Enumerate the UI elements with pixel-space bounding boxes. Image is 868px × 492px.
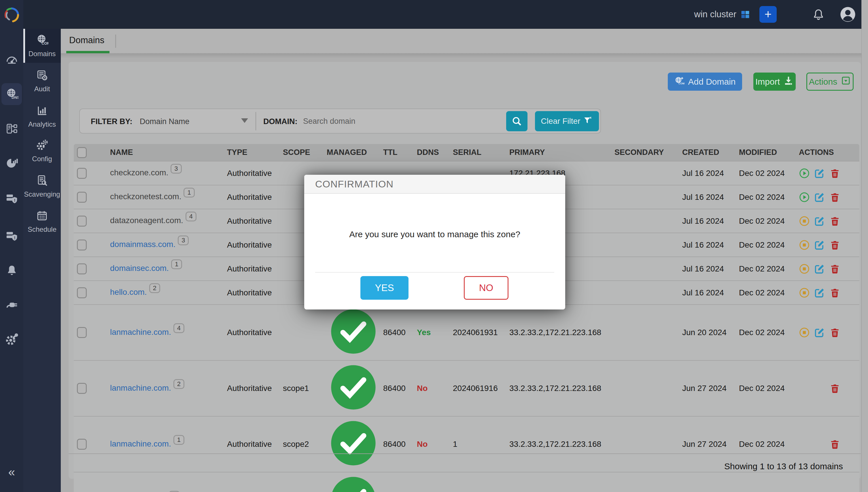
cell-actions [796,304,859,361]
edit-domain-button[interactable] [814,327,825,338]
no-button[interactable]: NO [464,276,509,300]
filter-by-select[interactable]: Domain Name [140,117,255,126]
column-header-primary[interactable]: PRIMARY [506,144,611,161]
actions-button[interactable]: Actions [806,73,853,91]
delete-domain-button[interactable] [829,439,840,450]
unmanage-zone-stop-icon [799,240,810,250]
select-all-checkbox[interactable] [77,147,87,158]
alerts-bell-icon[interactable] [0,260,23,281]
server-tree-icon[interactable] [0,118,23,140]
column-header-serial[interactable]: SERIAL [450,144,506,161]
search-domain-input[interactable] [303,115,493,127]
domain-name-link[interactable]: hello.com. [110,288,147,297]
manage-zone-button[interactable] [799,168,810,179]
row-checkbox[interactable] [77,383,87,394]
unmanage-zone-button[interactable] [799,240,810,250]
domain-name-link[interactable]: domainmass.com. [110,240,175,249]
managed-check-icon [327,305,380,358]
server-shield-alert-icon[interactable]: ! [0,188,23,210]
column-header-ddns[interactable]: DDNS [414,144,450,161]
notifications-bell-icon[interactable] [812,8,825,21]
clear-filter-button[interactable]: Clear Filter x [535,111,599,131]
managed-check-icon [327,361,380,414]
row-checkbox[interactable] [77,192,87,203]
integrations-plug-icon[interactable] [0,294,23,316]
dashboard-speedometer-icon[interactable] [0,48,23,70]
domain-name-link[interactable]: lanmachine.com. [110,328,171,337]
domain-name-link[interactable]: domainsec.com. [110,264,169,273]
row-checkbox[interactable] [77,327,87,338]
column-header-ttl[interactable]: TTL [380,144,414,161]
add-domain-button[interactable]: COM Add Domain [668,73,742,91]
delete-domain-button[interactable] [829,240,840,250]
row-checkbox[interactable] [77,439,87,450]
delete-domain-button[interactable] [829,287,840,298]
domain-name-link[interactable]: lanmachine.com. [110,384,171,392]
admin-gear-wrench-icon[interactable] [0,329,23,351]
sidebar-item-config[interactable]: Config [23,134,61,168]
bar-chart-icon [36,104,48,118]
edit-domain-button[interactable] [814,216,825,226]
domain-name-link[interactable]: checkzone.com. [110,168,168,177]
page-scrollbar[interactable] [861,0,868,492]
delete-domain-button[interactable] [829,216,840,226]
edit-domain-button[interactable] [814,168,825,179]
edit-icon [814,168,825,179]
sidebar-collapse-chevrons[interactable]: « [0,466,23,478]
dns-globe-icon[interactable]: DNS [1,83,22,105]
row-checkbox[interactable] [77,240,87,250]
cell-created: Jul 16 2024 [679,257,736,281]
edit-domain-button[interactable] [814,287,825,298]
cell-secondary [611,209,679,233]
cell-serial: 2024061931 [450,304,506,361]
row-checkbox[interactable] [77,216,87,226]
row-checkbox[interactable] [77,168,87,179]
delete-domain-button[interactable] [829,383,840,394]
domain-name-link[interactable]: lanmachine.com. [110,439,171,448]
column-header-type[interactable]: TYPE [224,144,280,161]
sidebar-item-schedule[interactable]: Schedule [23,204,61,238]
sidebar-item-scavenging[interactable]: Scavenging [23,169,61,203]
delete-domain-button[interactable] [829,264,840,274]
column-header-name[interactable]: NAME [107,144,224,161]
cell-type: Authoritative [224,257,280,281]
filter-bar: FILTER BY: Domain Name DOMAIN: Clear Fil… [79,108,601,133]
tab-domains[interactable]: Domains [69,35,104,46]
search-button[interactable] [506,111,527,131]
manage-zone-button[interactable] [799,192,810,203]
gears-icon [36,139,48,153]
unmanage-zone-button[interactable] [799,216,810,226]
delete-trash-icon [829,168,840,179]
column-header-secondary[interactable]: SECONDARY [611,144,679,161]
server-shield-alert-icon-2[interactable]: ! [0,225,23,247]
unmanage-zone-button[interactable] [799,327,810,338]
pie-chart-icon[interactable] [0,152,23,174]
column-header-modified[interactable]: MODIFIED [736,144,796,161]
edit-domain-button[interactable] [814,264,825,274]
domain-name-link[interactable]: checkzonetest.com. [110,192,181,201]
yes-button[interactable]: YES [360,276,408,300]
import-button[interactable]: Import [753,73,796,91]
delete-domain-button[interactable] [829,168,840,179]
row-checkbox[interactable] [77,264,87,274]
cell-created: Jul 16 2024 [679,185,736,209]
delete-domain-button[interactable] [829,327,840,338]
column-header-managed[interactable]: MANAGED [324,144,380,161]
cluster-selector[interactable]: win cluster [694,0,750,29]
edit-domain-button[interactable] [814,192,825,203]
column-header-created[interactable]: CREATED [679,144,736,161]
unmanage-zone-button[interactable] [799,264,810,274]
domain-name-link[interactable]: datazoneagent.com. [110,216,183,225]
column-header-actions[interactable]: ACTIONS [796,144,859,161]
row-checkbox[interactable] [77,287,87,298]
user-avatar[interactable] [840,6,856,22]
sidebar-item-audit[interactable]: Audit [23,64,61,98]
unmanage-zone-button[interactable] [799,287,810,298]
delete-domain-button[interactable] [829,192,840,203]
cell-ddns: Yes [414,304,450,361]
edit-domain-button[interactable] [814,240,825,250]
sidebar-item-analytics[interactable]: Analytics [23,99,61,133]
add-new-button[interactable]: + [759,6,777,23]
sidebar-item-domains[interactable]: COM Domains [23,29,61,63]
column-header-scope[interactable]: SCOPE [280,144,324,161]
